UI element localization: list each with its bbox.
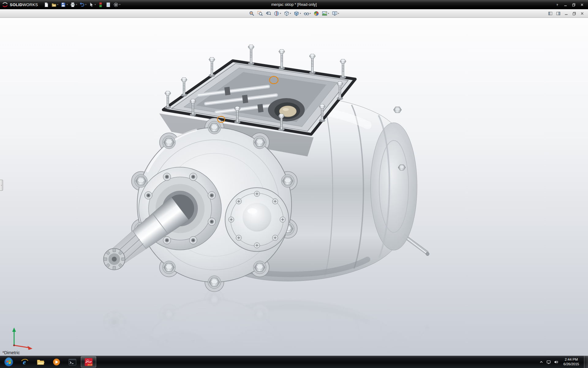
show-desktop-button[interactable]: [584, 356, 588, 368]
folder-icon: [36, 358, 45, 366]
print-button[interactable]: ▾: [69, 1, 78, 8]
undo-button[interactable]: ▾: [78, 1, 87, 8]
dropdown-caret-icon[interactable]: ▾: [338, 12, 339, 15]
display-settings-button[interactable]: [545, 356, 552, 368]
close-document-button[interactable]: [579, 10, 586, 17]
view-orientation-icon: [284, 11, 289, 16]
solidworks-icon: 2015: [85, 358, 93, 366]
volume-icon: [554, 360, 558, 364]
brand: SOLIDWORKS: [0, 0, 43, 9]
clock-date: 6/26/2015: [564, 362, 579, 366]
previous-view-button[interactable]: [265, 10, 272, 17]
file-properties-button[interactable]: [105, 1, 112, 8]
select-cursor-icon: [89, 2, 94, 7]
show-hidden-icons-button[interactable]: [538, 356, 545, 368]
view-orientation-label: *Dimetric: [2, 350, 20, 355]
view-settings-button[interactable]: ▾: [331, 10, 340, 17]
svg-text:?: ?: [556, 3, 558, 6]
dropdown-caret-icon[interactable]: ▾: [119, 3, 120, 6]
3d-viewport[interactable]: [0, 18, 588, 356]
restore-document-button[interactable]: [571, 10, 578, 17]
options-icon: [113, 2, 119, 7]
rear-bearing-cover[interactable]: [225, 188, 289, 251]
dropdown-caret-icon[interactable]: ▾: [300, 12, 301, 15]
media-player-icon: [52, 358, 61, 366]
print-icon: [70, 2, 75, 7]
windows-start-icon: [4, 357, 13, 367]
system-tray: 2:44 PM 6/26/2015: [538, 356, 588, 368]
dropdown-caret-icon[interactable]: ▾: [310, 12, 311, 15]
titlebar-toolbar: ▾▾▾▾▾▾: [43, 1, 121, 8]
show-right-pane-button[interactable]: [555, 10, 562, 17]
rebuild-icon: [98, 2, 103, 7]
command-prompt-button[interactable]: [64, 356, 80, 368]
restore-icon: [572, 3, 576, 7]
brand-name: SOLIDWORKS: [10, 2, 38, 7]
section-view-button[interactable]: ▾: [273, 10, 282, 17]
dropdown-caret-icon[interactable]: ▾: [328, 12, 329, 15]
close-app-button[interactable]: [578, 1, 586, 8]
window-controls: ?: [553, 1, 588, 8]
dassault-systemes-logo-icon: [2, 2, 8, 8]
options-button[interactable]: ▾: [112, 1, 121, 8]
hide-show-items-button[interactable]: ▾: [303, 10, 312, 17]
display-style-icon: [294, 11, 299, 16]
floor-reflection: [104, 290, 429, 356]
zoom-to-fit-button[interactable]: [248, 10, 255, 17]
close-icon: [580, 11, 584, 16]
close-icon: [580, 3, 584, 7]
dropdown-caret-icon[interactable]: ▾: [76, 3, 77, 6]
open-button[interactable]: ▾: [51, 1, 59, 8]
chevron-up-icon: [539, 360, 544, 364]
help-button[interactable]: ?: [553, 1, 561, 8]
solidworks-2015-button[interactable]: 2015: [81, 356, 96, 367]
dropdown-caret-icon[interactable]: ▾: [280, 12, 281, 15]
heads-up-toolbar-row: ▾▾▾▾▾▾: [0, 9, 588, 18]
dropdown-caret-icon[interactable]: ▾: [57, 3, 58, 6]
previous-view-icon: [266, 11, 271, 16]
windows-taskbar: e2015 2:44 PM 6/26/2015: [0, 356, 588, 368]
minimize-document-button[interactable]: [563, 10, 570, 17]
restore-app-button[interactable]: [570, 1, 578, 8]
pane-right-icon: [556, 11, 560, 16]
edit-appearance-button[interactable]: [313, 10, 320, 17]
edit-appearance-icon: [314, 11, 319, 16]
taskbar-clock[interactable]: 2:44 PM 6/26/2015: [560, 357, 582, 366]
restore-icon: [572, 11, 576, 16]
media-player-button[interactable]: [48, 356, 64, 368]
save-button[interactable]: ▾: [60, 1, 69, 8]
display-style-button[interactable]: ▾: [293, 10, 302, 17]
zoom-to-area-icon: [257, 11, 263, 16]
minimize-app-button[interactable]: [561, 1, 570, 8]
apply-scene-button[interactable]: ▾: [321, 10, 330, 17]
model-gearbox[interactable]: [104, 45, 429, 292]
rebuild-button[interactable]: [97, 1, 104, 8]
heads-up-view-toolbar: ▾▾▾▾▾▾: [248, 9, 340, 18]
minimize-icon: [564, 3, 567, 7]
internet-explorer-button[interactable]: e: [17, 356, 32, 368]
command-prompt-icon: [68, 358, 77, 366]
dropdown-caret-icon[interactable]: ▾: [290, 12, 291, 15]
file-explorer-button[interactable]: [32, 356, 48, 368]
view-orientation-button[interactable]: ▾: [283, 10, 292, 17]
section-view-icon: [274, 11, 279, 16]
collapsed-panel-tab[interactable]: ‹: [0, 180, 3, 191]
volume-button[interactable]: [552, 356, 560, 368]
new-document-button[interactable]: [43, 1, 50, 8]
solidworks-window: SOLIDWORKS ▾▾▾▾▾▾ menjac sklop * [Read-o…: [0, 0, 588, 368]
dropdown-caret-icon[interactable]: ▾: [66, 3, 68, 6]
titlebar: SOLIDWORKS ▾▾▾▾▾▾ menjac sklop * [Read-o…: [0, 0, 588, 9]
graphics-area[interactable]: *Dimetric ‹: [0, 18, 588, 356]
internet-explorer-icon: e: [21, 358, 29, 366]
orientation-triad: [12, 328, 32, 350]
svg-text:2015: 2015: [87, 363, 92, 366]
select-button[interactable]: ▾: [88, 1, 97, 8]
show-left-pane-button[interactable]: [547, 10, 554, 17]
hide-show-items-icon: [304, 11, 309, 16]
file-properties-icon: [106, 2, 111, 7]
dropdown-caret-icon[interactable]: ▾: [85, 3, 86, 6]
clock-time: 2:44 PM: [564, 357, 579, 362]
zoom-to-area-button[interactable]: [256, 10, 264, 17]
dropdown-caret-icon[interactable]: ▾: [95, 3, 96, 6]
start-button[interactable]: [1, 356, 17, 368]
